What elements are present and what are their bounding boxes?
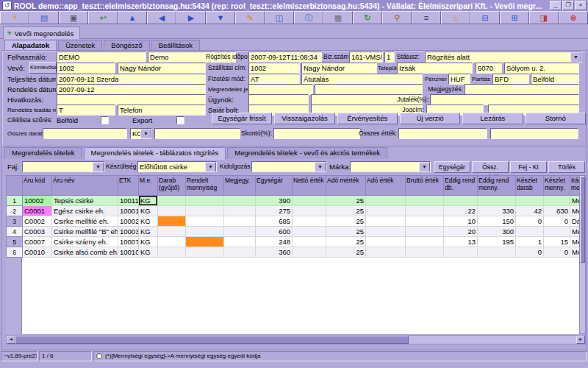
column-header-netto[interactable]: Nettó érték xyxy=(293,176,326,196)
cell-eddig_m[interactable]: 150 xyxy=(478,216,516,227)
chevron-down-icon[interactable]: ▼ xyxy=(315,162,326,172)
cell-kod[interactable]: C0010 xyxy=(23,247,52,258)
cell-me[interactable]: KG xyxy=(139,227,158,237)
cell-ado_m[interactable]: 25 xyxy=(326,216,366,227)
cell-eddig_m[interactable] xyxy=(478,196,516,206)
belfold-checkbox[interactable] xyxy=(101,116,109,124)
cell-darab[interactable] xyxy=(158,196,186,206)
cell-darab[interactable] xyxy=(158,237,186,247)
horizontal-scrollbar[interactable]: ◄ ► xyxy=(6,335,586,344)
cell-num[interactable]: 6 xyxy=(7,247,23,258)
cell-brutto[interactable] xyxy=(406,247,444,258)
cell-etk[interactable]: 10003 xyxy=(118,227,139,237)
cell-ado_e[interactable] xyxy=(366,196,406,206)
cell-k_menny[interactable]: 630 xyxy=(544,206,570,216)
cell-k_menny[interactable] xyxy=(544,196,570,206)
column-header-darab[interactable]: Darab (gyűjtő) xyxy=(158,176,186,196)
cell-megj[interactable] xyxy=(224,247,256,258)
scroll-right-arrow[interactable]: ► xyxy=(576,336,585,344)
cell-num[interactable]: 2 xyxy=(7,206,23,216)
jutalek-field[interactable] xyxy=(430,94,579,105)
cell-rendelt[interactable] xyxy=(186,247,224,258)
lezárás-button[interactable]: Lezárás xyxy=(462,113,523,124)
cell-kod[interactable]: C0002 xyxy=(23,216,52,227)
cell-brutto[interactable] xyxy=(406,206,444,216)
statusz-dropdown[interactable]: Rögzítés alatt ▼ xyxy=(425,52,582,63)
cell-k_menny[interactable]: 15 xyxy=(544,237,570,247)
close-button[interactable]: ⊗ xyxy=(559,11,588,24)
cell-eddig_m[interactable]: 195 xyxy=(478,237,516,247)
lightning-button[interactable]: ⚡ xyxy=(0,11,29,24)
cell-ado_e[interactable] xyxy=(366,237,406,247)
fizetesi-name-field[interactable]: Átutalás xyxy=(301,74,423,85)
cell-eddig_db[interactable] xyxy=(444,247,478,258)
cell-ado_e[interactable] xyxy=(366,216,406,227)
column-header-egysegar[interactable]: Egységár xyxy=(256,176,293,196)
cell-nev[interactable]: Csirke mellfilé "B" eh. xyxy=(52,227,118,237)
cell-brutto[interactable] xyxy=(406,216,444,227)
cell-iranyado[interactable]: Mennyis xyxy=(570,227,580,237)
column-header-num[interactable] xyxy=(7,176,23,196)
column-header-me[interactable]: M.e. xyxy=(139,176,158,196)
cell-me[interactable]: KG xyxy=(139,216,158,227)
cell-netto[interactable] xyxy=(293,237,326,247)
horizontal-scroll-thumb[interactable] xyxy=(15,336,409,344)
chevron-down-icon[interactable]: ▼ xyxy=(93,162,104,172)
leadas-code-field[interactable]: T xyxy=(57,105,115,116)
open-folder-button[interactable]: ▤ xyxy=(29,11,59,24)
paritas-code-field[interactable]: BFD xyxy=(492,74,529,85)
hivatkozas-field[interactable] xyxy=(57,94,206,105)
vevo-name-field[interactable]: Nagy Nándor xyxy=(118,63,206,74)
felhasznalo-code-field[interactable]: DEMO xyxy=(57,52,146,63)
keszultseg-dropdown[interactable]: Előhűtött csirke ▼ xyxy=(137,161,217,172)
cell-num[interactable]: 4 xyxy=(7,227,23,237)
column-header-rendelt[interactable]: Rendelt mennyiség xyxy=(186,176,224,196)
fizetesi-code-field[interactable]: AT xyxy=(248,74,300,85)
cell-darab[interactable] xyxy=(158,247,186,258)
cell-eddig_db[interactable]: 13 xyxy=(444,237,478,247)
cell-k_darab[interactable] xyxy=(516,227,544,237)
chevron-down-icon[interactable]: ▼ xyxy=(419,162,430,172)
cell-brutto[interactable] xyxy=(406,237,444,247)
cell-nev[interactable]: Csirke szárny eh. xyxy=(52,237,118,247)
detail-tab-2[interactable]: Megrendelés tételek - táblázatos rögzíté… xyxy=(84,147,226,160)
column-header-megj[interactable]: Megjegy. xyxy=(224,176,256,196)
cell-k_menny[interactable]: 0 xyxy=(544,216,570,227)
cell-darab[interactable] xyxy=(158,227,186,237)
osszes-ertek-field2[interactable] xyxy=(490,128,578,139)
cell-megj[interactable] xyxy=(224,196,256,206)
chevron-down-icon[interactable]: ▼ xyxy=(205,162,216,172)
cell-ado_m[interactable]: 25 xyxy=(326,237,366,247)
column-header-kod[interactable]: Áru kód xyxy=(23,176,52,196)
column-header-ado_m[interactable]: Adó mérték xyxy=(326,176,366,196)
cell-ado_m[interactable]: 25 xyxy=(326,196,366,206)
osszes-ertek-field[interactable] xyxy=(398,128,487,139)
cell-me[interactable]: KG xyxy=(139,247,158,258)
cell-eddig_db[interactable] xyxy=(444,196,478,206)
szallitasi-name-field[interactable]: Nagy Nándor xyxy=(301,63,377,74)
telepules-field[interactable]: Izsák xyxy=(397,63,473,74)
cell-rendelt[interactable] xyxy=(186,216,224,227)
cell-k_darab[interactable]: 0 xyxy=(516,216,544,227)
tab-üzenetek[interactable]: Üzenetek xyxy=(58,40,102,51)
close-button[interactable]: × xyxy=(575,1,587,10)
cell-rendelt[interactable] xyxy=(186,206,224,216)
chevron-down-icon[interactable]: ▼ xyxy=(140,129,151,139)
phone-button[interactable]: ↩ xyxy=(88,11,118,24)
cell-nev[interactable]: Tepsis csirke xyxy=(52,196,118,206)
kidolgozas-dropdown[interactable]: ▼ xyxy=(251,161,326,172)
cell-num[interactable]: 1 xyxy=(7,196,23,206)
cell-egysegar[interactable]: 248 xyxy=(256,237,293,247)
leadas-name-field[interactable]: Telefon xyxy=(118,105,206,116)
cell-etk[interactable]: 10007 xyxy=(118,237,139,247)
skonto-field[interactable] xyxy=(273,128,360,139)
chevron-down-icon[interactable]: ▼ xyxy=(570,52,581,63)
cell-eddig_db[interactable]: 20 xyxy=(444,227,478,237)
cell-ado_m[interactable]: 25 xyxy=(326,247,366,258)
cell-netto[interactable] xyxy=(293,206,326,216)
cell-eddig_m[interactable] xyxy=(478,247,516,258)
cell-iranyado[interactable]: Mennyis xyxy=(570,206,580,216)
detail-tab-1[interactable]: Megrendelés tételek xyxy=(4,147,82,159)
up-arrow-button[interactable]: ▲ xyxy=(118,11,147,24)
cell-kod[interactable]: C0007 xyxy=(23,237,52,247)
